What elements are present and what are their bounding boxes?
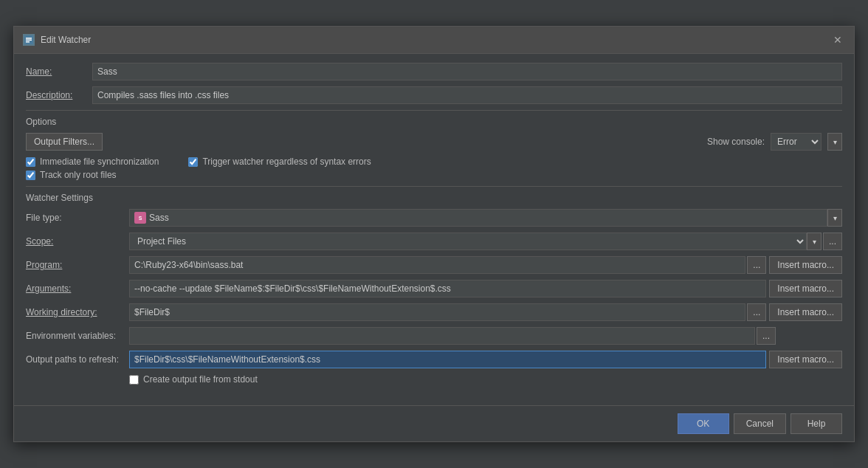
create-output-checkbox-row: Create output file from stdout [129,374,258,385]
env-vars-input[interactable] [129,327,755,345]
cancel-button[interactable]: Cancel [734,413,786,434]
trigger-watcher-label: Trigger watcher regardless of syntax err… [202,156,371,167]
help-button[interactable]: Help [790,413,842,434]
watcher-settings-label: Watcher Settings [26,193,842,203]
working-dir-label: Working directory: [26,307,129,317]
close-button[interactable]: ✕ [830,32,845,47]
arguments-row: Arguments: Insert macro... [26,280,842,297]
file-type-value: Sass [149,213,822,223]
title-bar: Edit Watcher ✕ [14,27,854,54]
description-row: Description: [26,86,842,104]
trigger-watcher-row: Trigger watcher regardless of syntax err… [188,156,371,167]
name-input[interactable] [92,63,842,80]
name-label: Name: [26,66,92,77]
scope-label: Scope: [26,236,129,247]
svg-rect-2 [26,40,32,41]
file-type-row: File type: S Sass ▾ [26,209,842,227]
program-row: Program: ... Insert macro... [26,256,842,274]
immediate-sync-checkbox[interactable] [26,157,35,167]
scope-row: Scope: Project Files ▾ ... [26,233,842,250]
arguments-insert-macro-button[interactable]: Insert macro... [769,280,842,297]
env-vars-label: Environment variables: [26,331,129,341]
program-input[interactable] [129,256,745,274]
file-type-dropdown-arrow[interactable]: ▾ [827,209,842,227]
scope-dots-button[interactable]: ... [823,233,842,250]
track-root-checkbox[interactable] [26,171,35,180]
scope-select[interactable]: Project Files [129,233,807,250]
output-paths-insert-macro-button[interactable]: Insert macro... [769,351,842,368]
ok-button[interactable]: OK [678,413,729,434]
working-dir-dots-button[interactable]: ... [747,303,766,321]
program-dots-button[interactable]: ... [747,256,766,274]
options-section: Output Filters... Show console: Error Al… [26,133,842,180]
file-type-label: File type: [26,213,129,223]
immediate-sync-row: Immediate file synchronization [26,156,159,167]
output-paths-input[interactable] [129,351,766,368]
show-console-label: Show console: [707,137,765,147]
edit-watcher-dialog: Edit Watcher ✕ Name: Description: Option… [13,26,855,442]
description-label: Description: [26,90,92,100]
console-dropdown-arrow[interactable]: ▾ [827,133,842,151]
options-top-right: Show console: Error Always Never ▾ [707,133,842,151]
env-vars-dots-button[interactable]: ... [757,327,776,345]
trigger-watcher-checkbox[interactable] [188,157,198,167]
bottom-bar: OK Cancel Help [14,405,854,441]
svg-rect-3 [26,41,30,43]
output-paths-row: Output paths to refresh: Insert macro... [26,351,842,368]
arguments-label: Arguments: [26,283,129,294]
create-output-row: Create output file from stdout [129,374,842,385]
env-vars-row: Environment variables: ... [26,327,842,345]
title-bar-left: Edit Watcher [23,34,91,46]
scope-dropdown-arrow[interactable]: ▾ [807,233,822,250]
options-top-row: Output Filters... Show console: Error Al… [26,133,842,151]
arguments-input[interactable] [129,280,766,297]
create-output-label: Create output file from stdout [143,374,258,385]
name-row: Name: [26,63,842,80]
output-paths-label: Output paths to refresh: [26,354,129,365]
scope-wrapper: Project Files [129,233,807,250]
description-input[interactable] [92,86,842,104]
output-filters-button[interactable]: Output Filters... [26,133,103,151]
track-root-label: Track only root files [40,170,117,180]
immediate-sync-label: Immediate file synchronization [40,156,159,167]
working-dir-input[interactable] [129,303,745,321]
watcher-settings-section: File type: S Sass ▾ Scope: Project Files… [26,209,842,385]
track-root-row: Track only root files [26,170,159,180]
options-top-left: Output Filters... [26,133,103,151]
show-console-select[interactable]: Error Always Never [771,133,822,151]
dialog-content: Name: Description: Options Output Filter… [14,54,854,399]
working-dir-row: Working directory: ... Insert macro... [26,303,842,321]
create-output-checkbox[interactable] [129,375,139,385]
sass-icon: S [134,212,146,224]
program-insert-macro-button[interactable]: Insert macro... [769,256,842,274]
dialog-icon [23,34,35,46]
program-label: Program: [26,260,129,270]
svg-rect-1 [26,38,32,39]
dialog-title: Edit Watcher [41,35,91,45]
working-dir-insert-macro-button[interactable]: Insert macro... [769,303,842,321]
options-section-label: Options [26,117,842,127]
